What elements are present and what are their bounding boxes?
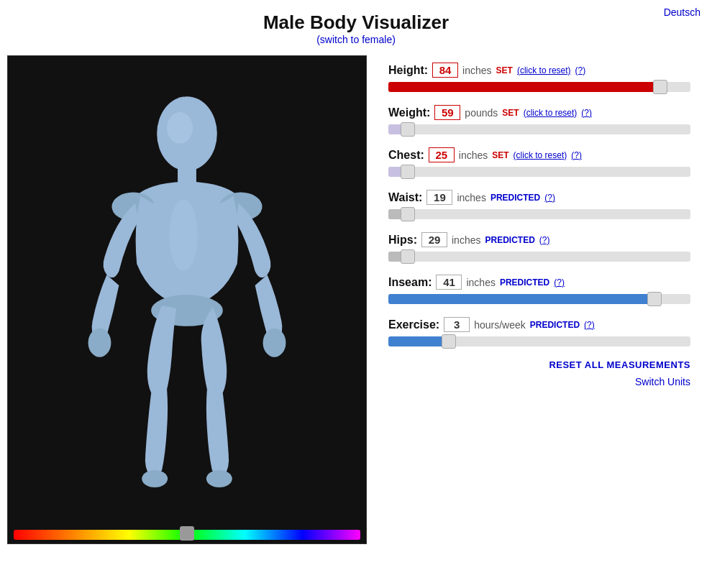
exercise-value[interactable]: 3 xyxy=(444,317,470,332)
height-reset[interactable]: (click to reset) xyxy=(517,65,571,75)
hips-label: Hips: xyxy=(388,234,417,247)
top-right-lang: Deutsch xyxy=(664,6,700,19)
weight-slider[interactable] xyxy=(388,124,690,134)
hips-thumb[interactable] xyxy=(401,249,415,264)
controls-panel: Height: 84 inches SET (click to reset) (… xyxy=(367,55,705,544)
exercise-label: Exercise: xyxy=(388,318,439,331)
exercise-status: PREDICTED xyxy=(530,320,580,330)
waist-thumb[interactable] xyxy=(401,207,415,221)
waist-help[interactable]: (?) xyxy=(544,193,555,203)
weight-control: Weight: 59 pounds SET (click to reset) (… xyxy=(388,105,690,134)
height-label: Height: xyxy=(388,64,428,77)
body-viewer xyxy=(7,55,367,544)
inseam-control: Inseam: 41 inches PREDICTED (?) xyxy=(388,275,690,304)
exercise-unit: hours/week xyxy=(474,319,526,331)
waist-status: PREDICTED xyxy=(490,193,540,203)
svg-point-8 xyxy=(263,329,286,357)
svg-point-12 xyxy=(169,200,198,272)
exercise-slider[interactable] xyxy=(388,336,690,346)
hips-slider[interactable] xyxy=(388,252,690,262)
weight-help[interactable]: (?) xyxy=(581,108,592,118)
svg-point-11 xyxy=(167,112,193,144)
inseam-slider[interactable] xyxy=(388,294,690,304)
chest-label: Chest: xyxy=(388,149,424,162)
color-bar-container[interactable] xyxy=(8,526,366,543)
chest-control: Chest: 25 inches SET (click to reset) (?… xyxy=(388,147,690,177)
inseam-thumb[interactable] xyxy=(647,292,662,306)
weight-value[interactable]: 59 xyxy=(434,105,460,120)
chest-reset[interactable]: (click to reset) xyxy=(514,150,567,160)
height-control: Height: 84 inches SET (click to reset) (… xyxy=(388,63,690,92)
exercise-thumb[interactable] xyxy=(442,334,456,349)
svg-point-10 xyxy=(206,470,232,487)
inseam-label: Inseam: xyxy=(388,276,432,289)
waist-slider[interactable] xyxy=(388,209,690,219)
waist-unit: inches xyxy=(457,192,485,203)
exercise-control: Exercise: 3 hours/week PREDICTED (?) xyxy=(388,317,690,346)
waist-value[interactable]: 19 xyxy=(426,190,452,205)
chest-slider[interactable] xyxy=(388,167,690,177)
exercise-help[interactable]: (?) xyxy=(584,320,595,330)
inseam-value[interactable]: 41 xyxy=(436,275,462,290)
height-thumb[interactable] xyxy=(653,80,667,94)
hips-status: PREDICTED xyxy=(485,235,534,245)
waist-control: Waist: 19 inches PREDICTED (?) xyxy=(388,190,690,219)
svg-point-9 xyxy=(142,470,168,487)
switch-units-button[interactable]: Switch Units xyxy=(635,376,690,387)
weight-status: SET xyxy=(502,108,519,118)
switch-gender-link[interactable]: (switch to female) xyxy=(0,34,712,45)
chest-value[interactable]: 25 xyxy=(429,147,455,162)
weight-reset[interactable]: (click to reset) xyxy=(524,108,578,118)
chest-thumb[interactable] xyxy=(401,165,415,179)
color-bar-thumb[interactable] xyxy=(180,526,194,541)
hips-value[interactable]: 29 xyxy=(421,232,447,247)
chest-status: SET xyxy=(492,150,508,160)
height-status: SET xyxy=(496,65,513,75)
weight-thumb[interactable] xyxy=(401,122,415,137)
bottom-actions: RESET ALL MEASUREMENTS Switch Units xyxy=(388,359,690,387)
chest-unit: inches xyxy=(459,150,488,161)
height-value[interactable]: 84 xyxy=(432,63,458,78)
hips-control: Hips: 29 inches PREDICTED (?) xyxy=(388,232,690,262)
height-unit: inches xyxy=(462,65,491,76)
svg-point-7 xyxy=(88,329,111,357)
chest-help[interactable]: (?) xyxy=(571,150,582,160)
lang-link[interactable]: Deutsch xyxy=(664,6,700,18)
weight-unit: pounds xyxy=(465,107,498,119)
height-slider[interactable] xyxy=(388,82,690,92)
height-help[interactable]: (?) xyxy=(575,65,586,75)
reset-all-button[interactable]: RESET ALL MEASUREMENTS xyxy=(549,359,690,370)
inseam-help[interactable]: (?) xyxy=(554,277,565,288)
weight-label: Weight: xyxy=(388,106,430,119)
header: Male Body Visualizer (switch to female) xyxy=(0,0,712,48)
hips-help[interactable]: (?) xyxy=(539,235,550,245)
waist-label: Waist: xyxy=(388,191,422,204)
page-title: Male Body Visualizer xyxy=(0,12,712,34)
hips-unit: inches xyxy=(452,234,480,246)
inseam-status: PREDICTED xyxy=(500,277,549,288)
inseam-unit: inches xyxy=(466,277,495,288)
